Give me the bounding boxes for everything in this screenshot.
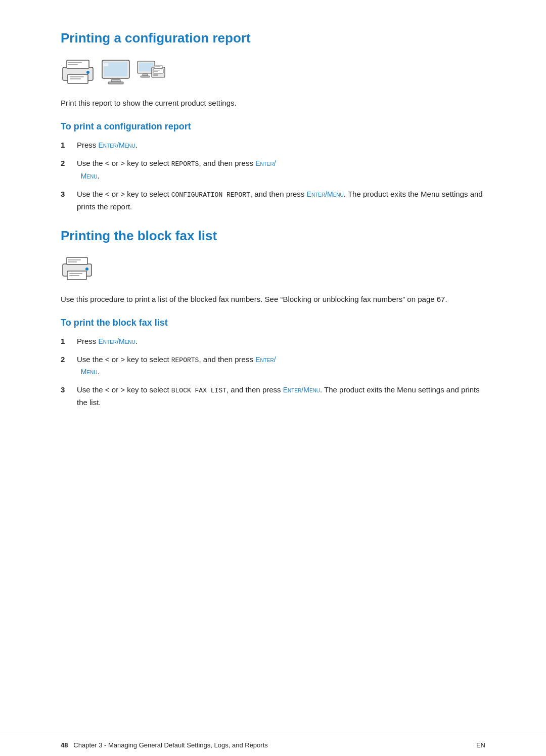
svg-rect-11 [108,82,123,84]
section2-title: Printing the block fax list [61,228,485,244]
svg-rect-18 [153,69,163,73]
page-content: Printing a configuration report [0,0,546,734]
svg-rect-27 [69,273,82,274]
section-config-report: Printing a configuration report [61,30,485,213]
svg-rect-25 [67,257,87,264]
step-num: 2 [61,353,77,366]
enter-menu-ref: Enter/Menu [99,337,135,345]
reports-code: REPORTS [171,160,199,168]
footer-lang: EN [476,741,485,749]
svg-rect-30 [68,259,81,260]
step-num: 1 [61,139,77,151]
svg-rect-3 [70,76,84,77]
step-text: Press Enter/Menu. [77,139,485,151]
step-text: Use the < or > key to select BLOCK FAX L… [77,384,485,409]
step-2-2: 2 Use the < or > key to select REPORTS, … [61,353,485,378]
svg-rect-23 [155,66,160,67]
step-num: 1 [61,335,77,347]
step-num: 3 [61,188,77,200]
step-1-3: 3 Use the < or > key to select CONFIGURA… [61,188,485,213]
svg-rect-16 [141,76,150,77]
svg-rect-4 [70,78,81,79]
svg-rect-21 [154,71,158,72]
config-report-code: CONFIGURATION REPORT [171,191,250,199]
section2-icons [61,256,485,282]
page-number: 48 [61,741,68,749]
svg-rect-10 [111,79,120,82]
svg-rect-14 [139,63,153,71]
svg-rect-12 [103,63,108,66]
reports-code: REPORTS [171,357,199,364]
enter-menu-ref: Enter/Menu [283,386,320,394]
monitor-icon [100,58,131,86]
section1-icons [61,58,485,86]
fax-printer-icon [61,256,94,282]
page-footer: 48 Chapter 3 - Managing General Default … [0,734,546,756]
svg-point-29 [85,268,88,271]
step-text: Press Enter/Menu. [77,335,485,347]
svg-rect-28 [69,275,79,276]
svg-rect-7 [68,64,78,65]
step-1-2: 2 Use the < or > key to select REPORTS, … [61,157,485,182]
svg-rect-15 [143,74,148,76]
multidevice-icon [136,58,166,86]
printer-icon [61,58,95,86]
section1-steps: 1 Press Enter/Menu. 2 Use the < or > key… [61,139,485,213]
section2-intro: Use this procedure to print a list of th… [61,293,485,305]
footer-left: 48 Chapter 3 - Managing General Default … [61,741,268,749]
step-1-1: 1 Press Enter/Menu. [61,139,485,151]
enter-menu-ref: Enter/Menu [99,141,135,149]
svg-rect-19 [153,74,158,76]
section1-title: Printing a configuration report [61,30,485,46]
step-text: Use the < or > key to select REPORTS, an… [77,353,485,378]
step-text: Use the < or > key to select REPORTS, an… [77,157,485,182]
step-2-1: 1 Press Enter/Menu. [61,335,485,347]
step-num: 3 [61,384,77,396]
step-2-3: 3 Use the < or > key to select BLOCK FAX… [61,384,485,409]
section1-intro: Print this report to show the current pr… [61,97,485,109]
section1-sub-title: To print a configuration report [61,121,485,132]
svg-rect-20 [154,70,160,71]
section-block-fax: Printing the block fax list Use this pro… [61,228,485,409]
block-fax-list-code: BLOCK FAX LIST [171,387,226,394]
svg-point-5 [86,71,89,74]
step-text: Use the < or > key to select CONFIGURATI… [77,188,485,213]
section2-sub-title: To print the block fax list [61,318,485,328]
svg-rect-6 [68,62,82,63]
chapter-text: Chapter 3 - Managing General Default Set… [73,741,267,749]
section2-steps: 1 Press Enter/Menu. 2 Use the < or > key… [61,335,485,409]
enter-menu-ref: Enter/Menu [307,190,344,198]
step-num: 2 [61,157,77,169]
svg-rect-31 [68,261,77,262]
